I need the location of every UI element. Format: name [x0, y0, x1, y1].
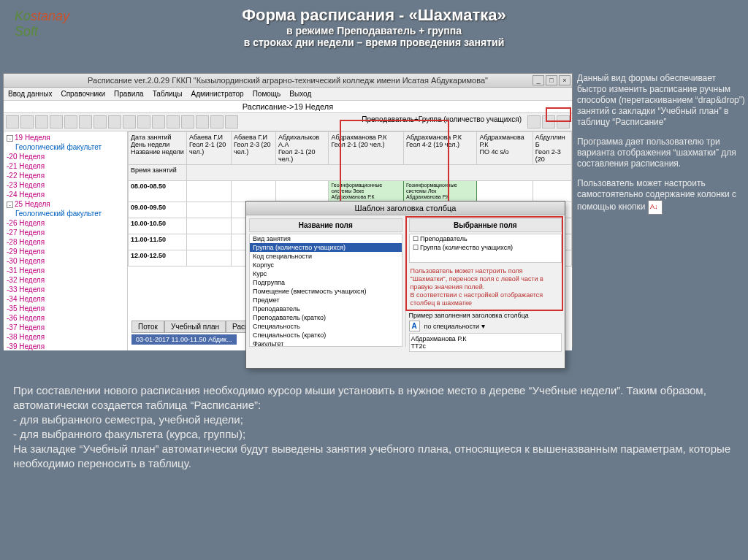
tree-item[interactable]: -26 Неделя	[5, 218, 126, 228]
column-template-dialog: Шаблон заголовка столбца Название поля В…	[245, 201, 565, 369]
selected-field[interactable]: ☐ Преподаватель	[410, 234, 562, 243]
example-label: Пример заполнения заголовка столбца	[409, 312, 562, 319]
toolbar-btn[interactable]	[527, 115, 541, 129]
example-preview: Абдрахманова Р.КТТ2с	[409, 333, 562, 352]
selected-fields-header: Выбранные поля	[409, 218, 562, 232]
field-option[interactable]: Вид занятия	[250, 234, 402, 243]
tree-item[interactable]: -21 Неделя	[5, 161, 126, 171]
field-option[interactable]: Курс	[250, 269, 402, 278]
tree-item[interactable]: -30 Неделя	[5, 256, 126, 266]
toolbar-btn[interactable]	[196, 115, 209, 129]
tree-item[interactable]: -38 Неделя	[5, 332, 126, 342]
tree-item[interactable]: -19 Неделя	[5, 133, 126, 142]
available-fields-list[interactable]: Вид занятияГруппа (количество учащихся)К…	[249, 234, 402, 347]
description-bottom: При составлении нового расписания необхо…	[13, 383, 736, 471]
toolbar-btn[interactable]	[108, 115, 121, 129]
menu-item[interactable]: Помощь	[253, 90, 281, 98]
toolbar-btn[interactable]	[35, 115, 48, 129]
toolbar-btn[interactable]	[20, 115, 34, 129]
sort-icon	[648, 200, 663, 215]
slide-subtitle-2: в строках дни недели – время проведения …	[102, 37, 646, 48]
field-option[interactable]: Преподаватель	[250, 304, 402, 313]
toolbar-btn[interactable]	[557, 115, 570, 129]
toolbar-btn[interactable]	[152, 115, 165, 129]
toolbar-btn[interactable]	[210, 115, 224, 129]
minimize-button[interactable]: _	[533, 75, 544, 85]
menu-item[interactable]: Справочники	[61, 90, 105, 98]
field-option[interactable]: Подгруппа	[250, 278, 402, 287]
logo: Kostanay Soft	[15, 9, 69, 39]
field-option[interactable]: Специальность	[250, 322, 402, 331]
field-option[interactable]: Код специальности	[250, 252, 402, 261]
app-titlebar: Расписание ver.2.0.29 ГККП "Кызылординск…	[4, 74, 572, 88]
menu-item[interactable]: Ввод данных	[8, 90, 52, 98]
menubar: Ввод данныхСправочникиПравилаТаблицыАдми…	[4, 88, 572, 101]
tree-item[interactable]: -23 Неделя	[5, 180, 126, 190]
dialog-note: Пользователь может настроить поля "Шахма…	[409, 266, 562, 309]
tree-item[interactable]: -39 Неделя	[5, 342, 126, 350]
tree-item[interactable]: -35 Неделя	[5, 304, 126, 313]
weeks-tree[interactable]: -19 НеделяГеологический факультет-20 Нед…	[4, 131, 128, 350]
tree-item[interactable]: -25 Неделя	[5, 199, 126, 209]
tab[interactable]: Поток	[131, 321, 164, 333]
toolbar-btn[interactable]	[167, 115, 180, 129]
available-fields-header: Название поля	[249, 218, 402, 232]
selected-fields-list[interactable]: ☐ Преподаватель☐ Группа (количество учащ…	[409, 234, 562, 263]
sort-columns-button[interactable]	[542, 115, 555, 129]
selected-field[interactable]: ☐ Группа (количество учащихся)	[410, 243, 562, 252]
tree-item[interactable]: -37 Неделя	[5, 323, 126, 332]
field-option[interactable]: Факультет	[250, 340, 402, 347]
mode-label: Преподаватель+Группа (количество учащихс…	[362, 115, 526, 129]
toolbar-btn[interactable]	[181, 115, 194, 129]
field-option[interactable]: Преподаватель (кратко)	[250, 313, 402, 322]
toolbar-btn[interactable]	[94, 115, 107, 129]
field-option[interactable]: Предмет	[250, 296, 402, 304]
field-option[interactable]: Специальность (кратко)	[250, 331, 402, 340]
toolbar-btn[interactable]	[6, 115, 19, 129]
toolbar-btn[interactable]	[225, 115, 238, 129]
field-option[interactable]: Корпус	[250, 261, 402, 269]
field-option[interactable]: Помещение (вместимость учащихся)	[250, 287, 402, 296]
tree-item[interactable]: -29 Неделя	[5, 247, 126, 256]
breadcrumb: Расписание->19 Неделя	[4, 101, 572, 113]
tree-item[interactable]: -22 Неделя	[5, 171, 126, 180]
toolbar: Преподаватель+Группа (количество учащихс…	[4, 113, 572, 131]
tree-item[interactable]: -27 Неделя	[5, 228, 126, 237]
example-dropdown[interactable]: по специальности	[424, 323, 480, 330]
tree-item[interactable]: -32 Неделя	[5, 275, 126, 285]
tree-item[interactable]: -31 Неделя	[5, 266, 126, 275]
slide-subtitle-1: в режиме Преподаватель + группа	[102, 25, 646, 37]
tree-item[interactable]: -24 Неделя	[5, 190, 126, 199]
tree-item[interactable]: -34 Неделя	[5, 294, 126, 304]
slide-title-block: Форма расписания - «Шахматка» в режиме П…	[0, 0, 748, 53]
menu-item[interactable]: Таблицы	[153, 90, 183, 98]
slide-title: Форма расписания - «Шахматка»	[102, 6, 646, 25]
tree-item[interactable]: -33 Неделя	[5, 285, 126, 294]
window-controls: _ □ ×	[533, 75, 570, 85]
selected-lesson-row[interactable]: 03-01-2017 11.00-11.50 Абдик...	[131, 334, 237, 345]
tree-item[interactable]: -28 Неделя	[5, 237, 126, 247]
description-right: Данный вид формы обеспечивает быстро изм…	[577, 73, 745, 223]
tree-item[interactable]: -20 Неделя	[5, 152, 126, 161]
tree-item[interactable]: Геологический факультет	[5, 142, 126, 152]
toolbar-btn[interactable]	[123, 115, 136, 129]
tab[interactable]: Учебный план	[164, 321, 226, 333]
close-button[interactable]: ×	[559, 75, 570, 85]
tree-item[interactable]: -36 Неделя	[5, 313, 126, 323]
menu-item[interactable]: Выход	[289, 90, 311, 98]
toolbar-btn[interactable]	[79, 115, 92, 129]
tree-item[interactable]: Геологический факультет	[5, 209, 126, 218]
toolbar-btn[interactable]	[50, 115, 63, 129]
menu-item[interactable]: Администратор	[191, 90, 244, 98]
maximize-button[interactable]: □	[546, 75, 557, 85]
menu-item[interactable]: Правила	[114, 90, 144, 98]
toolbar-btn[interactable]	[137, 115, 150, 129]
field-option[interactable]: Группа (количество учащихся)	[250, 243, 402, 252]
dialog-titlebar: Шаблон заголовка столбца	[246, 202, 565, 215]
toolbar-btn[interactable]	[64, 115, 77, 129]
bold-a-icon[interactable]: A	[409, 321, 420, 331]
